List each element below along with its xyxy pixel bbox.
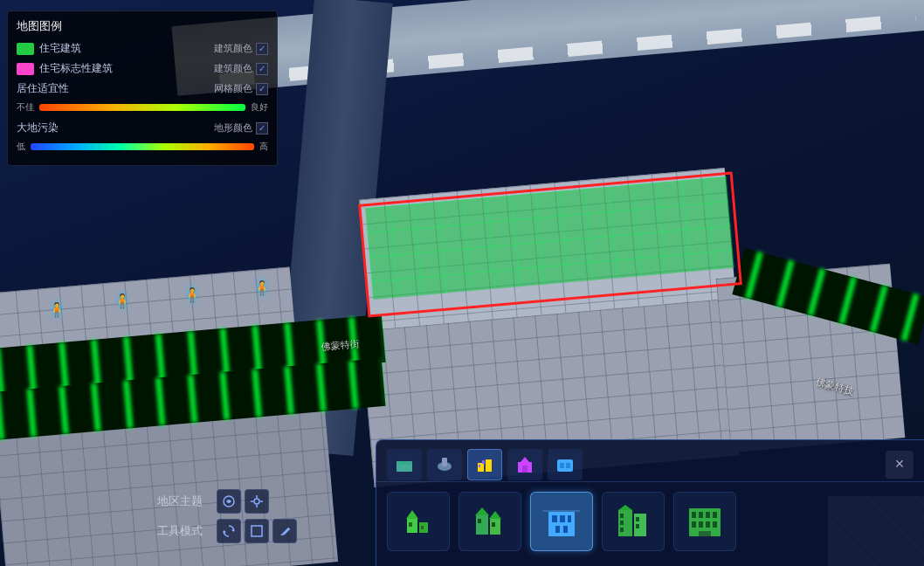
legend-right-pollution: 地形颜色 ✓ (214, 121, 268, 135)
svg-rect-26 (568, 515, 571, 522)
legend-row-landmark: 住宅标志性建筑 建筑颜色 ✓ (17, 61, 268, 76)
svg-rect-6 (482, 460, 485, 464)
svg-marker-22 (489, 511, 501, 519)
svg-marker-55 (224, 530, 226, 534)
region-theme-btn-2[interactable] (245, 489, 269, 514)
tab-road[interactable] (427, 449, 462, 480)
region-theme-btn-1[interactable] (217, 489, 241, 514)
svg-rect-17 (476, 515, 488, 535)
region-theme-row: 地区主题 (157, 489, 367, 514)
svg-rect-39 (692, 512, 696, 518)
toolbar-item-1[interactable] (387, 492, 450, 551)
legend-label-pollution: 大地污染 (17, 121, 214, 135)
svg-marker-16 (406, 510, 418, 519)
tool-mode-btn-3[interactable] (272, 519, 297, 543)
map-person-icon-4: 🧍 (253, 280, 271, 296)
map-person-icon-1: 🧍 (48, 301, 66, 318)
svg-rect-11 (566, 463, 570, 468)
svg-point-49 (254, 499, 259, 504)
svg-rect-32 (620, 514, 624, 518)
legend-title: 地图图例 (17, 18, 268, 34)
svg-rect-45 (706, 521, 710, 528)
svg-rect-15 (421, 526, 424, 529)
legend-right-landmark: 建筑颜色 ✓ (214, 62, 268, 75)
tool-mode-btn-2[interactable] (245, 519, 269, 543)
svg-rect-8 (522, 466, 528, 473)
legend-row-livability: 居住适宜性 网格颜色 ✓ (17, 81, 268, 96)
svg-rect-20 (492, 522, 495, 527)
svg-rect-5 (479, 465, 480, 467)
svg-rect-36 (636, 524, 639, 528)
svg-rect-47 (699, 531, 711, 536)
svg-rect-9 (557, 459, 573, 472)
svg-rect-29 (543, 510, 580, 512)
legend-right-residential: 建筑颜色 ✓ (214, 42, 268, 55)
svg-rect-42 (713, 512, 717, 518)
svg-rect-24 (552, 515, 557, 522)
legend-label-landmark: 住宅标志性建筑 (39, 61, 214, 76)
legend-row-pollution: 大地污染 地形颜色 ✓ (17, 121, 268, 135)
toolbar-panel: × (376, 439, 924, 566)
svg-rect-2 (442, 458, 447, 466)
legend-checkbox-residential[interactable]: ✓ (256, 43, 268, 55)
close-button[interactable]: × (886, 451, 914, 479)
region-theme-label: 地区主题 (157, 494, 210, 509)
map-person-icon-2: 🧍 (114, 293, 131, 309)
svg-rect-44 (699, 521, 703, 528)
legend-right-livability: 网格颜色 ✓ (214, 82, 268, 95)
pollution-gradient-bar (31, 143, 254, 150)
controls-panel: 地区主题 工具模式 (157, 489, 367, 549)
livability-bar-label-bad: 不佳 (17, 101, 34, 114)
svg-marker-37 (618, 505, 632, 510)
legend-checkbox-landmark[interactable]: ✓ (256, 63, 268, 75)
svg-rect-46 (713, 521, 717, 528)
toolbar-item-5[interactable] (673, 492, 736, 551)
region-theme-buttons (217, 489, 269, 514)
svg-rect-27 (555, 526, 560, 533)
svg-rect-19 (478, 519, 481, 523)
tool-mode-btn-1[interactable] (217, 519, 241, 543)
toolbar-items (376, 482, 924, 561)
legend-row-residential: 住宅建筑 建筑颜色 ✓ (17, 41, 268, 56)
legend-livability-bar-row: 不佳 良好 (17, 101, 268, 114)
svg-marker-54 (231, 528, 234, 532)
tab-build[interactable] (467, 449, 502, 480)
svg-rect-33 (620, 521, 624, 525)
legend-panel: 地图图例 住宅建筑 建筑颜色 ✓ 住宅标志性建筑 建筑颜色 ✓ 居住适宜性 网格… (7, 10, 278, 166)
livability-bar-label-good: 良好 (251, 101, 268, 114)
legend-checkbox-livability[interactable]: ✓ (256, 83, 268, 95)
legend-pollution-bar-row: 低 高 (17, 141, 268, 153)
tab-special[interactable] (507, 449, 542, 480)
livability-gradient-bar (39, 104, 245, 111)
toolbar-item-4[interactable] (602, 492, 665, 551)
svg-rect-10 (560, 463, 564, 468)
legend-label-livability: 居住适宜性 (17, 81, 214, 96)
svg-rect-41 (706, 512, 710, 518)
toolbar-item-2[interactable] (459, 492, 521, 551)
tool-mode-label: 工具模式 (157, 523, 210, 539)
svg-rect-34 (620, 528, 624, 532)
svg-rect-25 (560, 515, 565, 522)
pollution-bar-label-high: 高 (259, 141, 268, 153)
svg-rect-35 (636, 517, 639, 521)
pollution-bar-label-low: 低 (17, 141, 25, 153)
svg-rect-4 (486, 459, 492, 472)
legend-label-residential: 住宅建筑 (39, 41, 214, 56)
legend-color-landmark (17, 63, 34, 75)
toolbar-item-3[interactable] (530, 492, 593, 551)
map-person-icon-3: 🧍 (183, 286, 201, 303)
legend-checkbox-pollution[interactable]: ✓ (256, 122, 268, 135)
svg-rect-43 (692, 521, 696, 528)
legend-color-residential (17, 43, 34, 55)
tab-zone[interactable] (387, 449, 422, 480)
tab-service[interactable] (548, 449, 583, 480)
svg-rect-56 (252, 526, 262, 536)
toolbar-tabs: × (376, 440, 924, 482)
svg-marker-21 (475, 507, 489, 515)
svg-rect-14 (409, 522, 412, 527)
svg-rect-28 (563, 526, 568, 533)
tool-mode-row: 工具模式 (157, 519, 367, 543)
tool-mode-buttons (217, 519, 297, 543)
svg-rect-40 (699, 512, 703, 518)
